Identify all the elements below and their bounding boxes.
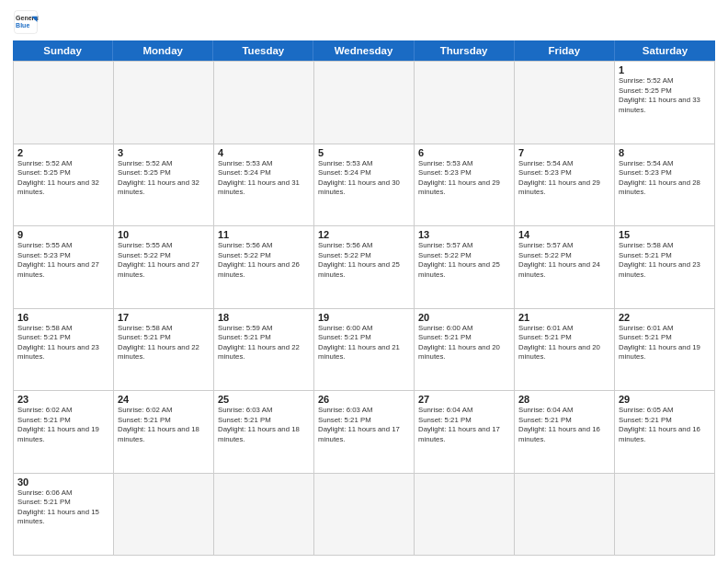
- cell-info: Sunrise: 5:56 AMSunset: 5:22 PMDaylight:…: [318, 241, 410, 280]
- cal-cell: 9Sunrise: 5:55 AMSunset: 5:23 PMDaylight…: [14, 226, 114, 309]
- cell-info: Sunrise: 5:56 AMSunset: 5:22 PMDaylight:…: [218, 241, 310, 280]
- cal-cell: [314, 474, 415, 557]
- header-day-friday: Friday: [515, 40, 615, 61]
- cal-cell: 17Sunrise: 5:58 AMSunset: 5:21 PMDayligh…: [114, 309, 214, 392]
- cal-cell: 1Sunrise: 5:52 AMSunset: 5:25 PMDaylight…: [615, 62, 715, 144]
- day-number: 28: [518, 394, 610, 405]
- cal-cell: [114, 474, 214, 557]
- cell-info: Sunrise: 5:55 AMSunset: 5:22 PMDaylight:…: [118, 241, 210, 280]
- cal-cell: 3Sunrise: 5:52 AMSunset: 5:25 PMDaylight…: [114, 144, 214, 227]
- header-day-wednesday: Wednesday: [313, 40, 414, 61]
- cal-cell: [14, 62, 114, 144]
- day-number: 22: [619, 312, 711, 323]
- cell-info: Sunrise: 5:58 AMSunset: 5:21 PMDaylight:…: [17, 324, 109, 362]
- day-number: 25: [218, 394, 310, 405]
- cell-info: Sunrise: 6:00 AMSunset: 5:21 PMDaylight:…: [318, 324, 410, 362]
- cal-row-4: 23Sunrise: 6:02 AMSunset: 5:21 PMDayligh…: [14, 391, 715, 474]
- cell-info: Sunrise: 5:52 AMSunset: 5:25 PMDaylight:…: [17, 159, 109, 198]
- cal-row-1: 2Sunrise: 5:52 AMSunset: 5:25 PMDaylight…: [14, 144, 715, 227]
- calendar: SundayMondayTuesdayWednesdayThursdayFrid…: [13, 40, 715, 556]
- cell-info: Sunrise: 5:52 AMSunset: 5:25 PMDaylight:…: [619, 76, 711, 115]
- cal-cell: 16Sunrise: 5:58 AMSunset: 5:21 PMDayligh…: [14, 309, 114, 392]
- cal-cell: [314, 62, 415, 144]
- cal-cell: 29Sunrise: 6:05 AMSunset: 5:21 PMDayligh…: [615, 391, 715, 474]
- cell-info: Sunrise: 5:57 AMSunset: 5:22 PMDaylight:…: [418, 241, 510, 280]
- cal-cell: 4Sunrise: 5:53 AMSunset: 5:24 PMDaylight…: [214, 144, 314, 227]
- cal-cell: [415, 474, 515, 557]
- cal-cell: 27Sunrise: 6:04 AMSunset: 5:21 PMDayligh…: [415, 391, 515, 474]
- day-number: 18: [218, 312, 310, 323]
- cell-info: Sunrise: 6:02 AMSunset: 5:21 PMDaylight:…: [17, 406, 109, 444]
- cell-info: Sunrise: 5:54 AMSunset: 5:23 PMDaylight:…: [619, 159, 711, 198]
- cell-info: Sunrise: 5:58 AMSunset: 5:21 PMDaylight:…: [619, 241, 711, 280]
- cal-cell: 23Sunrise: 6:02 AMSunset: 5:21 PMDayligh…: [14, 391, 114, 474]
- cal-row-3: 16Sunrise: 5:58 AMSunset: 5:21 PMDayligh…: [14, 309, 715, 392]
- day-number: 1: [619, 64, 711, 75]
- cal-row-2: 9Sunrise: 5:55 AMSunset: 5:23 PMDaylight…: [14, 226, 715, 309]
- day-number: 5: [318, 147, 410, 158]
- cal-cell: [615, 474, 715, 557]
- cal-cell: 15Sunrise: 5:58 AMSunset: 5:21 PMDayligh…: [615, 226, 715, 309]
- cal-cell: 10Sunrise: 5:55 AMSunset: 5:22 PMDayligh…: [114, 226, 214, 309]
- cell-info: Sunrise: 5:53 AMSunset: 5:23 PMDaylight:…: [418, 159, 510, 198]
- cell-info: Sunrise: 5:52 AMSunset: 5:25 PMDaylight:…: [118, 159, 210, 198]
- cell-info: Sunrise: 6:04 AMSunset: 5:21 PMDaylight:…: [518, 406, 610, 444]
- day-number: 23: [17, 394, 109, 405]
- cal-cell: 13Sunrise: 5:57 AMSunset: 5:22 PMDayligh…: [415, 226, 515, 309]
- cal-cell: 5Sunrise: 5:53 AMSunset: 5:24 PMDaylight…: [314, 144, 415, 227]
- day-number: 24: [118, 394, 210, 405]
- cal-cell: 14Sunrise: 5:57 AMSunset: 5:22 PMDayligh…: [515, 226, 615, 309]
- cell-info: Sunrise: 5:59 AMSunset: 5:21 PMDaylight:…: [218, 324, 310, 362]
- day-number: 29: [619, 394, 711, 405]
- day-number: 19: [318, 312, 410, 323]
- cell-info: Sunrise: 6:05 AMSunset: 5:21 PMDaylight:…: [619, 406, 711, 444]
- cell-info: Sunrise: 6:04 AMSunset: 5:21 PMDaylight:…: [418, 406, 510, 444]
- cal-cell: 26Sunrise: 6:03 AMSunset: 5:21 PMDayligh…: [314, 391, 415, 474]
- day-number: 11: [218, 229, 310, 240]
- logo-icon: General Blue: [13, 9, 39, 35]
- cell-info: Sunrise: 5:54 AMSunset: 5:23 PMDaylight:…: [518, 159, 610, 198]
- day-number: 10: [118, 229, 210, 240]
- cal-cell: [415, 62, 515, 144]
- cell-info: Sunrise: 5:57 AMSunset: 5:22 PMDaylight:…: [518, 241, 610, 280]
- cal-cell: 19Sunrise: 6:00 AMSunset: 5:21 PMDayligh…: [314, 309, 415, 392]
- day-number: 21: [518, 312, 610, 323]
- cal-cell: 18Sunrise: 5:59 AMSunset: 5:21 PMDayligh…: [214, 309, 314, 392]
- header-day-tuesday: Tuesday: [213, 40, 313, 61]
- day-number: 7: [518, 147, 610, 158]
- svg-text:Blue: Blue: [16, 22, 29, 29]
- cell-info: Sunrise: 5:53 AMSunset: 5:24 PMDaylight:…: [218, 159, 310, 198]
- cell-info: Sunrise: 6:06 AMSunset: 5:21 PMDaylight:…: [17, 488, 109, 527]
- cell-info: Sunrise: 6:00 AMSunset: 5:21 PMDaylight:…: [418, 324, 510, 362]
- cal-cell: 8Sunrise: 5:54 AMSunset: 5:23 PMDaylight…: [615, 144, 715, 227]
- cal-cell: 20Sunrise: 6:00 AMSunset: 5:21 PMDayligh…: [415, 309, 515, 392]
- day-number: 6: [418, 147, 510, 158]
- cell-info: Sunrise: 6:03 AMSunset: 5:21 PMDaylight:…: [218, 406, 310, 444]
- cal-row-5: 30Sunrise: 6:06 AMSunset: 5:21 PMDayligh…: [14, 474, 715, 557]
- day-number: 2: [17, 147, 109, 158]
- cal-cell: [114, 62, 214, 144]
- header: General Blue: [13, 9, 715, 35]
- day-number: 15: [619, 229, 711, 240]
- calendar-body: 1Sunrise: 5:52 AMSunset: 5:25 PMDaylight…: [13, 61, 715, 556]
- cal-cell: 28Sunrise: 6:04 AMSunset: 5:21 PMDayligh…: [515, 391, 615, 474]
- cell-info: Sunrise: 6:01 AMSunset: 5:21 PMDaylight:…: [619, 324, 711, 362]
- header-day-sunday: Sunday: [13, 40, 113, 61]
- cal-cell: 24Sunrise: 6:02 AMSunset: 5:21 PMDayligh…: [114, 391, 214, 474]
- cal-cell: 12Sunrise: 5:56 AMSunset: 5:22 PMDayligh…: [314, 226, 415, 309]
- cell-info: Sunrise: 5:58 AMSunset: 5:21 PMDaylight:…: [118, 324, 210, 362]
- day-number: 30: [17, 477, 109, 488]
- day-number: 14: [518, 229, 610, 240]
- day-number: 4: [218, 147, 310, 158]
- logo: General Blue: [13, 9, 39, 35]
- day-number: 3: [118, 147, 210, 158]
- calendar-header: SundayMondayTuesdayWednesdayThursdayFrid…: [13, 40, 715, 61]
- cal-cell: [214, 62, 314, 144]
- cal-cell: 7Sunrise: 5:54 AMSunset: 5:23 PMDaylight…: [515, 144, 615, 227]
- cell-info: Sunrise: 6:03 AMSunset: 5:21 PMDaylight:…: [318, 406, 410, 444]
- cell-info: Sunrise: 5:55 AMSunset: 5:23 PMDaylight:…: [17, 241, 109, 280]
- day-number: 17: [118, 312, 210, 323]
- day-number: 27: [418, 394, 510, 405]
- header-day-monday: Monday: [113, 40, 213, 61]
- cal-cell: [515, 62, 615, 144]
